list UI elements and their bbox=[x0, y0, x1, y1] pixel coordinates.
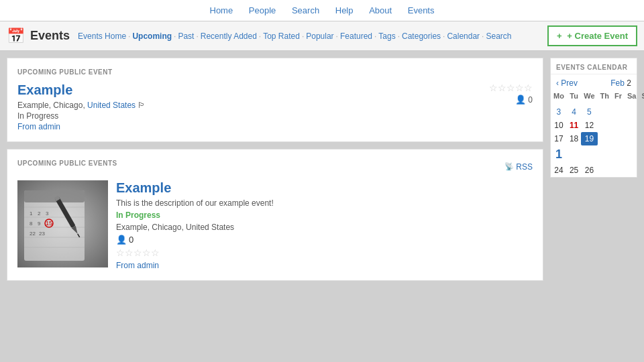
calendar-month-next: Feb 2 bbox=[610, 78, 631, 88]
subnav-top-rated[interactable]: Top Rated bbox=[263, 32, 300, 41]
cal-cell[interactable]: 3 bbox=[551, 105, 567, 119]
single-event-attendees: 👤 0 bbox=[515, 95, 533, 105]
events-bar: 📅 Events Events Home · Upcoming · Past ·… bbox=[0, 21, 644, 51]
subnav-calendar[interactable]: Calendar bbox=[447, 32, 480, 41]
events-list-header: UPCOMING PUBLIC EVENTS 📡 RSS bbox=[17, 160, 533, 174]
svg-text:9: 9 bbox=[38, 221, 41, 227]
cal-cell bbox=[612, 164, 625, 177]
single-event-location-link[interactable]: United States bbox=[87, 101, 136, 110]
subnav-past[interactable]: Past bbox=[178, 32, 194, 41]
cal-cell bbox=[625, 132, 639, 145]
events-bar-left: 📅 Events Events Home · Upcoming · Past ·… bbox=[7, 27, 547, 45]
plus-icon: + bbox=[557, 31, 562, 41]
cal-header-su: Su bbox=[639, 90, 644, 101]
cal-cell-today: 19 bbox=[581, 132, 597, 145]
list-event-location: Example, Chicago, United States bbox=[116, 223, 533, 232]
cal-cell bbox=[598, 145, 612, 164]
cal-cell bbox=[639, 132, 644, 145]
cal-cell bbox=[598, 164, 612, 177]
main-content: UPCOMING PUBLIC EVENT Example Example, C… bbox=[0, 51, 644, 288]
subnav-upcoming[interactable]: Upcoming bbox=[132, 32, 172, 41]
subnav-tags[interactable]: Tags bbox=[378, 32, 395, 41]
nav-search[interactable]: Search bbox=[292, 5, 319, 15]
cal-cell bbox=[639, 164, 644, 177]
subnav-search[interactable]: Search bbox=[486, 32, 511, 41]
svg-text:22: 22 bbox=[30, 231, 36, 237]
rss-icon: 📡 bbox=[504, 162, 514, 171]
single-event-label: UPCOMING PUBLIC EVENT bbox=[17, 68, 533, 76]
event-body: 1 2 3 8 9 15 22 23 bbox=[17, 180, 533, 270]
subnav-events-home[interactable]: Events Home bbox=[78, 32, 126, 41]
top-navigation: Home People Search Help About Events bbox=[0, 0, 644, 21]
cal-cell bbox=[598, 105, 612, 119]
calendar-table: Mo Tu We Th Fr Sa Su bbox=[551, 90, 644, 177]
event-thumbnail-svg: 1 2 3 8 9 15 22 23 bbox=[17, 180, 108, 267]
events-title: Events bbox=[30, 29, 70, 43]
cal-cell bbox=[625, 119, 639, 132]
subnav-featured[interactable]: Featured bbox=[340, 32, 372, 41]
events-list-card: UPCOMING PUBLIC EVENTS 📡 RSS bbox=[7, 149, 543, 281]
cal-cell-1: 1 bbox=[551, 145, 567, 164]
subnav-popular[interactable]: Popular bbox=[306, 32, 333, 41]
single-event-meta: ☆☆☆☆☆ 👤 0 bbox=[489, 82, 533, 105]
cal-cell: 11 bbox=[567, 119, 581, 132]
calendar-widget: EVENTS CALENDAR ‹ Prev Feb 2 Mo Tu We Th… bbox=[550, 58, 637, 178]
calendar-icon: 📅 bbox=[7, 27, 25, 45]
cal-cell bbox=[567, 145, 581, 164]
nav-about[interactable]: About bbox=[369, 5, 392, 15]
calendar-prev[interactable]: ‹ Prev bbox=[556, 78, 578, 88]
cal-cell bbox=[598, 119, 612, 132]
cal-row-6: 24 25 26 bbox=[551, 164, 644, 177]
create-event-button[interactable]: + + Create Event bbox=[547, 25, 637, 46]
nav-events[interactable]: Events bbox=[408, 5, 435, 15]
cal-cell: 12 bbox=[581, 119, 597, 132]
list-event-title[interactable]: Example bbox=[116, 180, 533, 196]
single-event-stars: ☆☆☆☆☆ bbox=[489, 82, 533, 93]
rss-link[interactable]: 📡 RSS bbox=[504, 162, 533, 172]
cal-cell bbox=[625, 105, 639, 119]
list-event-stars: ☆☆☆☆☆ bbox=[116, 247, 533, 258]
cal-header-mo: Mo bbox=[551, 90, 567, 101]
cal-header-we: We bbox=[581, 90, 597, 101]
single-event-location: Example, Chicago, United States 🏳 bbox=[17, 101, 146, 110]
events-subnav: Events Home · Upcoming · Past · Recently… bbox=[78, 32, 511, 41]
nav-home[interactable]: Home bbox=[210, 5, 233, 15]
cal-cell bbox=[612, 132, 625, 145]
person-icon: 👤 bbox=[515, 95, 526, 105]
cal-header-sa: Sa bbox=[625, 90, 639, 101]
single-event-row: Example Example, Chicago, United States … bbox=[17, 82, 533, 131]
cal-row-3: 10 11 12 bbox=[551, 119, 644, 132]
list-event-status: In Progress bbox=[116, 210, 533, 220]
cal-cell bbox=[625, 145, 639, 164]
cal-cell[interactable]: 4 bbox=[567, 105, 581, 119]
single-event-info: Example Example, Chicago, United States … bbox=[17, 82, 146, 131]
nav-people[interactable]: People bbox=[249, 5, 276, 15]
subnav-recently-added[interactable]: Recently Added bbox=[201, 32, 257, 41]
event-details: Example This is the description of our e… bbox=[116, 180, 533, 270]
single-event-from[interactable]: From admin bbox=[17, 122, 146, 131]
cal-cell bbox=[612, 145, 625, 164]
single-event-title[interactable]: Example bbox=[17, 82, 146, 98]
list-event-desc: This is the description of our example e… bbox=[116, 198, 533, 208]
cal-cell bbox=[639, 105, 644, 119]
cal-cell[interactable]: 5 bbox=[581, 105, 597, 119]
single-event-status: In Progress bbox=[17, 111, 146, 121]
svg-text:1: 1 bbox=[30, 210, 33, 217]
cal-cell bbox=[612, 119, 625, 132]
cal-header-th: Th bbox=[598, 90, 612, 101]
cal-cell: 25 bbox=[567, 164, 581, 177]
events-list-label: UPCOMING PUBLIC EVENTS bbox=[17, 160, 117, 167]
svg-text:15: 15 bbox=[46, 220, 52, 227]
list-event-attendees: 👤 0 bbox=[116, 235, 533, 245]
list-event-from[interactable]: From admin bbox=[116, 261, 533, 270]
nav-help[interactable]: Help bbox=[335, 5, 354, 15]
cal-row-2: 3 4 5 bbox=[551, 105, 644, 119]
svg-text:23: 23 bbox=[39, 231, 45, 237]
cal-header-fr: Fr bbox=[612, 90, 625, 101]
calendar-nav: ‹ Prev Feb 2 bbox=[551, 74, 637, 90]
subnav-categories[interactable]: Categories bbox=[402, 32, 441, 41]
cal-row-5: 1 bbox=[551, 145, 644, 164]
single-event-card: UPCOMING PUBLIC EVENT Example Example, C… bbox=[7, 58, 543, 142]
cal-row-4: 17 18 19 bbox=[551, 132, 644, 145]
svg-text:3: 3 bbox=[46, 210, 49, 217]
